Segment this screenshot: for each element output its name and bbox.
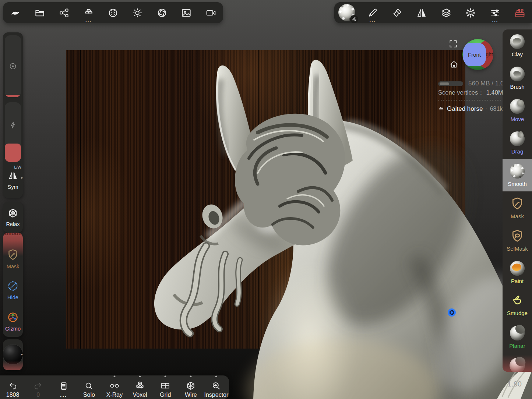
redo-button[interactable]: 0 [25,374,51,399]
voxel-button[interactable]: Voxel [127,374,153,399]
app-window: ... [0,0,532,399]
gizmo-label: Gizmo [5,326,21,332]
object-separator: · [485,106,487,112]
video-camera-icon [205,7,216,18]
move-sphere-icon [510,99,525,114]
wire-button[interactable]: Wire [178,374,204,399]
material-button[interactable] [105,4,121,22]
tool-move[interactable]: Move [503,94,532,127]
wire-label: Wire [185,392,197,398]
toolbox-icon [514,7,526,19]
grid-label: Grid [160,392,171,398]
brush-settings-panel: L/W ▸ Sym [3,32,23,198]
hide-button[interactable]: Hide [3,274,23,306]
gizmo-icon [7,311,19,324]
solo-button[interactable]: Solo [76,374,102,399]
stroke-button[interactable]: ... [364,4,381,22]
symmetry-toggle[interactable]: L/W ▸ Sym [3,165,23,197]
lighting-button[interactable] [129,4,145,22]
ingot-stack-icon [83,7,94,18]
home-view-icon[interactable] [449,60,459,69]
hide-label: Hide [7,294,18,300]
radius-fill [5,95,21,97]
sym-label: Sym [3,184,23,190]
caret-up-icon [189,375,192,377]
tool-label: Move [511,116,524,122]
undo-button[interactable]: 1808 [0,374,25,399]
node-graph-icon [59,7,70,18]
paint-sphere-icon [510,261,525,276]
tool-label: Drag [511,149,524,154]
mask-button[interactable]: Mask [3,243,23,274]
caret-up-icon [113,375,116,377]
gizmo-button[interactable]: Gizmo [3,306,23,337]
app-logo-button[interactable] [7,4,23,22]
partial-sphere-icon [510,358,525,372]
paintbrush-icon [392,7,403,18]
mask-tools-panel: Smooth Mask Hide [3,233,23,337]
notes-button[interactable]: ... [51,374,76,399]
tool-label: Planar [509,343,525,349]
gizmo-front-face[interactable]: Front [463,43,486,66]
object-name: Gaited horse [447,105,483,113]
caret-up-icon [138,375,141,377]
radius-slider[interactable] [5,35,21,97]
settings-button[interactable] [462,4,479,22]
gear-icon [465,7,476,18]
symmetry-button[interactable] [413,4,430,22]
matcap-sphere-icon [108,7,119,18]
circle-dot-icon [8,62,17,71]
top-right-toolbar: ... [334,2,532,23]
orientation-gizmo[interactable]: Right Front [462,39,493,70]
grid-button[interactable]: Grid [153,374,178,399]
xray-button[interactable]: X-Ray [102,374,127,399]
overflow-dots: ... [364,19,381,21]
relax-button[interactable]: Relax [3,202,23,233]
sym-expand-caret[interactable]: ▸ [21,175,23,180]
tool-label: Brush [510,84,524,89]
gizmo-front-label: Front [468,52,481,58]
painting-button[interactable] [389,4,405,22]
fullscreen-icon[interactable] [448,39,458,49]
tool-smudge[interactable]: Smudge [503,289,532,321]
inspector-button[interactable]: Inspector [204,374,229,399]
active-tool-button[interactable] [338,4,356,22]
tool-drag[interactable]: Drag [503,127,532,159]
camera-button[interactable] [203,4,219,22]
tool-next-partial[interactable] [503,353,532,372]
brush-cursor[interactable] [448,308,456,317]
tool-paint[interactable]: Paint [503,256,532,289]
material-panel[interactable]: ▸ [3,339,23,370]
lightning-bolt-icon [8,121,17,130]
voxel-cubes-icon [135,381,145,391]
post-process-button[interactable] [154,4,170,22]
mesh-primitives-button[interactable]: ... [81,4,97,22]
material-expand-caret[interactable]: ▸ [21,352,23,357]
layers-button[interactable] [438,4,454,22]
tool-mask[interactable]: Mask [503,191,532,224]
redo-count: 0 [36,392,40,398]
tool-settings-badge[interactable] [350,15,358,23]
tool-selmask[interactable]: SelMask [503,224,532,256]
tool-label: Clay [512,52,523,57]
intensity-slider[interactable] [5,102,21,162]
material-sphere-preview[interactable] [3,345,23,364]
selmask-shield-icon [510,229,525,243]
tool-planar[interactable]: Planar [503,321,532,353]
toolbox-button[interactable] [512,4,528,22]
wireframe-icon [186,381,196,391]
scene-object-row[interactable]: Gaited horse · 681k [438,105,503,113]
display-settings-button[interactable]: ... [487,4,503,22]
intensity-fill [5,144,21,162]
background-image-button[interactable] [178,4,194,22]
tool-brush[interactable]: Brush [503,62,532,94]
smooth-sphere-icon [510,164,525,179]
scene-graph-button[interactable] [56,4,72,22]
tool-clay[interactable]: Clay [503,29,532,62]
tool-smooth[interactable]: Smooth [503,159,532,191]
undo-icon [8,381,18,391]
grid-plane-icon [160,381,170,391]
files-button[interactable] [32,4,48,22]
mask-label: Mask [7,264,20,269]
sym-mirror-icon [7,170,18,181]
